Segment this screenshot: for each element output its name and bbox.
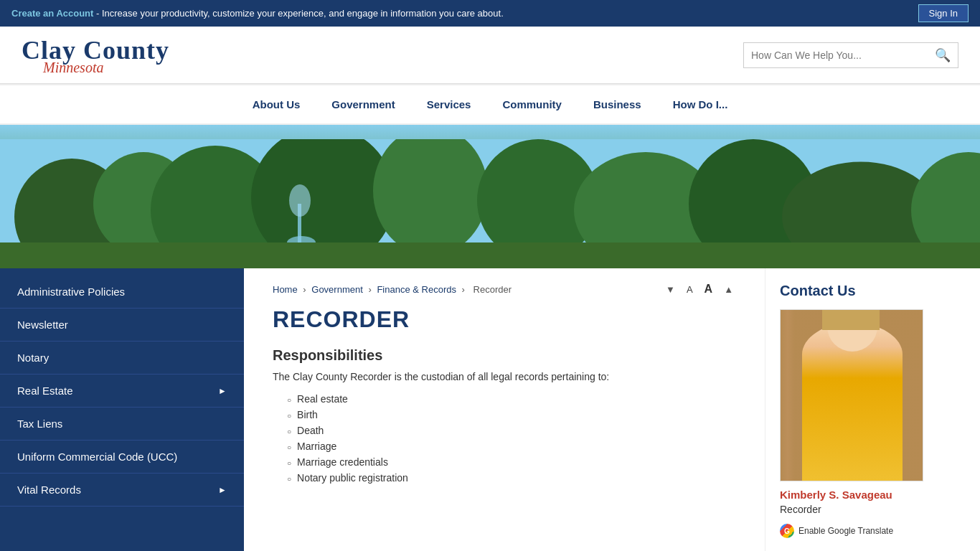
header: Clay County Minnesota 🔍 [0,27,980,84]
search-box: 🔍 [743,42,958,68]
nav-services[interactable]: Services [411,85,487,123]
sidebar-item-ucc[interactable]: Uniform Commercial Code (UCC) [0,441,244,474]
banner-text: Create an Account - Increase your produc… [11,8,504,19]
contact-name[interactable]: Kimberly S. Savageau [780,489,966,501]
list-item: Notary public registration [287,470,736,486]
logo[interactable]: Clay County Minnesota [22,34,169,76]
list-item: Death [287,423,736,438]
google-icon: G [780,524,794,538]
breadcrumb-path: Home › Government › Finance & Records › … [273,284,514,295]
main-nav: About Us Government Services Community B… [0,84,980,125]
search-input[interactable] [751,50,935,61]
breadcrumb-sep-2: › [368,284,374,295]
chevron-right-icon: ► [218,386,227,396]
chevron-right-icon: ► [218,485,227,495]
breadcrumb-home[interactable]: Home [273,284,298,295]
font-controls: ▼ A A ▲ [663,283,736,296]
breadcrumb-finance[interactable]: Finance & Records [377,284,456,295]
svg-rect-14 [0,242,980,268]
hero-image [0,125,980,268]
sign-in-button[interactable]: Sign In [918,4,969,22]
nav-government[interactable]: Government [316,85,410,123]
svg-point-8 [289,184,311,217]
banner-message: - Increase your productivity, customize … [93,8,503,19]
decrease-font-icon: ▼ [666,284,675,295]
sidebar-item-real-estate[interactable]: Real Estate ► [0,375,244,408]
contact-role: Recorder [780,504,966,515]
list-item: Marriage credentials [287,454,736,470]
top-banner: Create an Account - Increase your produc… [0,0,980,27]
breadcrumb-current: Recorder [473,284,512,295]
sidebar-item-vital-records[interactable]: Vital Records ► [0,474,244,507]
nav-community[interactable]: Community [486,85,578,123]
right-panel: Contact Us Kimberly S. Savageau Recorder… [765,268,980,551]
create-account-link[interactable]: Create an Account [11,8,93,19]
sidebar-item-tax-liens[interactable]: Tax Liens [0,408,244,441]
nav-how-do-i[interactable]: How Do I... [657,85,744,123]
breadcrumb-sep-1: › [303,284,308,295]
list-item: Marriage [287,438,736,454]
breadcrumb: Home › Government › Finance & Records › … [273,283,736,296]
sidebar-item-newsletter[interactable]: Newsletter [0,309,244,342]
font-small-button[interactable]: A [687,284,693,295]
responsibilities-list: Real estate Birth Death Marriage Marriag… [273,391,736,486]
google-translate-button[interactable]: G Enable Google Translate [780,524,966,538]
sidebar: Administrative Policies Newsletter Notar… [0,268,244,551]
list-item: Real estate [287,391,736,407]
nav-business[interactable]: Business [578,85,657,123]
breadcrumb-government[interactable]: Government [311,284,363,295]
sidebar-item-administrative-policies[interactable]: Administrative Policies [0,276,244,309]
google-translate-label: Enable Google Translate [798,526,893,536]
contact-photo [780,309,923,481]
page-title: RECORDER [273,306,736,333]
breadcrumb-sep-3: › [462,284,468,295]
contact-section-title: Contact Us [780,283,966,299]
font-large-button[interactable]: A [705,283,713,296]
responsibilities-heading: Responsibilities [273,347,736,364]
search-icon[interactable]: 🔍 [935,47,951,63]
responsibilities-description: The Clay County Recorder is the custodia… [273,371,736,382]
logo-state: Minnesota [43,60,169,76]
content-wrapper: Administrative Policies Newsletter Notar… [0,268,980,551]
main-content: Home › Government › Finance & Records › … [244,268,765,551]
nav-about-us[interactable]: About Us [237,85,316,123]
increase-font-icon: ▲ [724,284,733,295]
list-item: Birth [287,407,736,423]
sidebar-item-notary[interactable]: Notary [0,342,244,375]
